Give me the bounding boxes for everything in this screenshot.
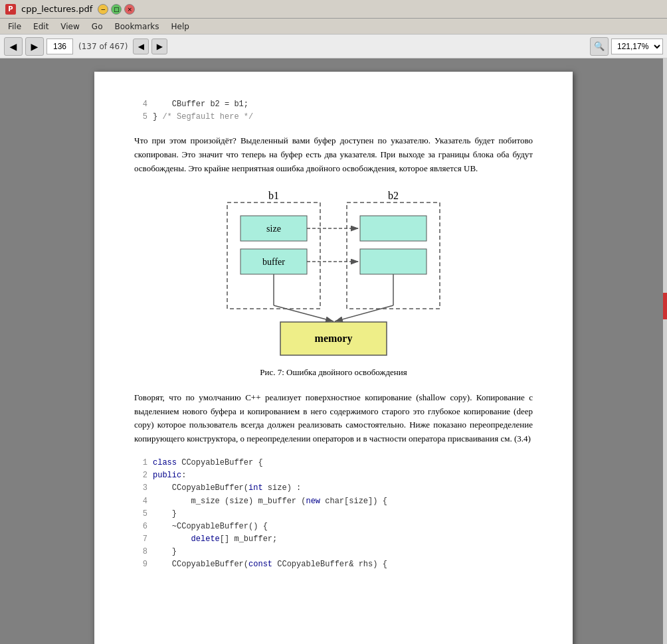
minimize-button[interactable]: − bbox=[98, 4, 108, 15]
code-line-b7: 7 delete[] m_buffer; bbox=[134, 533, 533, 546]
code-line-b4: 4 m_size (size) m_buffer (new char[size]… bbox=[134, 495, 533, 508]
search-button[interactable]: 🔍 bbox=[590, 37, 609, 56]
svg-rect-9 bbox=[360, 249, 427, 274]
line-num-b3: 3 bbox=[134, 482, 147, 495]
menu-bookmarks[interactable]: Bookmarks bbox=[109, 21, 164, 33]
svg-rect-8 bbox=[360, 216, 427, 241]
svg-text:b1: b1 bbox=[268, 190, 279, 201]
line-num-b2: 2 bbox=[134, 469, 147, 482]
code-text-5: } /* Segfault here */ bbox=[153, 111, 253, 123]
line-num-5: 5 bbox=[134, 111, 147, 123]
line-num-4: 4 bbox=[134, 98, 147, 111]
content-area[interactable]: 4 CBuffer b2 = b1; 5 } /* Segfault here … bbox=[0, 58, 667, 644]
paragraph-2: Говорят, что по умолчанию C++ реализует … bbox=[134, 391, 533, 446]
maximize-button[interactable]: □ bbox=[111, 4, 122, 15]
toolbar: ◀ ▶ 136 (137 of 467) ◀ ▶ 🔍 121,17% 100% … bbox=[0, 35, 667, 58]
page-info: (137 of 467) bbox=[76, 42, 130, 51]
diagram-caption: Рис. 7: Ошибка двойного освобождения bbox=[260, 367, 407, 378]
window-title: cpp_lectures.pdf bbox=[21, 4, 92, 14]
code-text-4: CBuffer b2 = b1; bbox=[153, 98, 248, 111]
diagram-container: b1 size buffer b2 bbox=[134, 189, 533, 378]
back-button[interactable]: ◀ bbox=[4, 37, 23, 56]
line-num-b1: 1 bbox=[134, 457, 147, 469]
svg-text:buffer: buffer bbox=[262, 257, 285, 267]
svg-line-17 bbox=[335, 305, 393, 321]
code-line-b3: 3 CCopyableBuffer(int size) : bbox=[134, 482, 533, 495]
code-text-b6: ~CCopyableBuffer() { bbox=[153, 521, 268, 533]
line-num-b7: 7 bbox=[134, 533, 147, 546]
code-text-b1: class CCopyableBuffer { bbox=[153, 457, 263, 469]
code-text-b9: CCopyableBuffer(const CCopyableBuffer& r… bbox=[153, 558, 387, 571]
scroll-indicator[interactable] bbox=[663, 58, 667, 644]
forward-button[interactable]: ▶ bbox=[25, 37, 44, 56]
code-text-b4: m_size (size) m_buffer (new char[size]) … bbox=[153, 495, 387, 508]
app-icon: P bbox=[5, 4, 16, 15]
next-page-button[interactable]: ▶ bbox=[151, 39, 167, 54]
code-text-b7: delete[] m_buffer; bbox=[153, 533, 277, 546]
code-line-b5: 5 } bbox=[134, 508, 533, 521]
pdf-page: 4 CBuffer b2 = b1; 5 } /* Segfault here … bbox=[94, 72, 573, 644]
code-line-5: 5 } /* Segfault here */ bbox=[134, 111, 533, 123]
code-text-b5: } bbox=[153, 508, 177, 521]
zoom-select[interactable]: 121,17% 100% 75% 150% bbox=[611, 39, 663, 54]
code-line-b2: 2 public: bbox=[134, 469, 533, 482]
prev-page-button[interactable]: ◀ bbox=[133, 39, 149, 54]
code-line-b1: 1 class CCopyableBuffer { bbox=[134, 457, 533, 469]
menu-view[interactable]: View bbox=[55, 21, 84, 33]
code-block-bottom: 1 class CCopyableBuffer { 2 public: 3 CC… bbox=[134, 457, 533, 572]
line-num-b4: 4 bbox=[134, 495, 147, 508]
page-number-input[interactable]: 136 bbox=[47, 39, 73, 54]
menu-help[interactable]: Help bbox=[166, 21, 195, 33]
svg-line-15 bbox=[274, 305, 334, 321]
menu-file[interactable]: File bbox=[3, 21, 27, 33]
scroll-thumb[interactable] bbox=[663, 293, 667, 319]
code-text-b8: } bbox=[153, 546, 177, 558]
paragraph-1-text: Что при этом произойдёт? Выделенный вами… bbox=[134, 135, 533, 173]
code-line-b6: 6 ~CCopyableBuffer() { bbox=[134, 521, 533, 533]
close-button[interactable]: × bbox=[124, 4, 135, 15]
svg-text:b2: b2 bbox=[388, 190, 399, 201]
svg-text:memory: memory bbox=[315, 333, 353, 345]
paragraph-1: Что при этом произойдёт? Выделенный вами… bbox=[134, 134, 533, 175]
paragraph-2-text: Говорят, что по умолчанию C++ реализует … bbox=[134, 392, 533, 443]
diagram-svg: b1 size buffer b2 bbox=[207, 189, 460, 362]
window-controls: − □ × bbox=[98, 4, 135, 15]
code-text-b3: CCopyableBuffer(int size) : bbox=[153, 482, 301, 495]
code-block-top: 4 CBuffer b2 = b1; 5 } /* Segfault here … bbox=[134, 98, 533, 123]
svg-text:size: size bbox=[266, 224, 281, 234]
line-num-b6: 6 bbox=[134, 521, 147, 533]
line-num-b5: 5 bbox=[134, 508, 147, 521]
menubar: File Edit View Go Bookmarks Help bbox=[0, 19, 667, 35]
code-line-4: 4 CBuffer b2 = b1; bbox=[134, 98, 533, 111]
code-text-b2: public: bbox=[153, 469, 186, 482]
line-num-b9: 9 bbox=[134, 558, 147, 571]
code-line-b9: 9 CCopyableBuffer(const CCopyableBuffer&… bbox=[134, 558, 533, 571]
code-line-b8: 8 } bbox=[134, 546, 533, 558]
menu-go[interactable]: Go bbox=[86, 21, 108, 33]
line-num-b8: 8 bbox=[134, 546, 147, 558]
titlebar: P cpp_lectures.pdf − □ × bbox=[0, 0, 667, 19]
menu-edit[interactable]: Edit bbox=[28, 21, 54, 33]
